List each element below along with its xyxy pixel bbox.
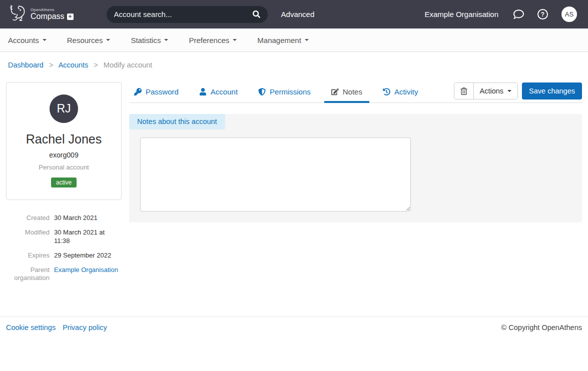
top-navbar: OpenAthens Compass + Advanced Example Or… [0, 0, 588, 28]
plus-box-icon: + [67, 14, 74, 20]
copyright-text: © Copyright OpenAthens [501, 324, 582, 332]
menu-accounts[interactable]: Accounts [8, 36, 47, 44]
account-summary-column: RJ Rachel Jones exorg009 Personal accoun… [6, 82, 122, 289]
profile-username: exorg009 [12, 151, 116, 159]
profile-account-type: Personal account [12, 164, 116, 171]
delete-account-button[interactable] [454, 83, 474, 99]
brand-name-top: OpenAthens [31, 8, 74, 12]
footer: Cookie settings Privacy policy © Copyrig… [0, 316, 588, 338]
help-icon[interactable]: ? [537, 9, 548, 20]
tab-account[interactable]: Account [198, 82, 239, 102]
breadcrumb-separator: > [49, 61, 53, 69]
breadcrumb-accounts[interactable]: Accounts [59, 61, 89, 69]
save-changes-button[interactable]: Save changes [522, 82, 582, 100]
toolbar: Actions Save changes [454, 82, 582, 100]
detail-parent-organisation: Parent organisation Example Organisation [6, 266, 122, 282]
chevron-down-icon [106, 39, 110, 41]
detail-modified: Modified 30 March 2021 at 11:38 [6, 228, 122, 245]
profile-card: RJ Rachel Jones exorg009 Personal accoun… [6, 82, 122, 200]
account-search-box[interactable] [107, 6, 268, 23]
tab-password[interactable]: Password [133, 82, 180, 102]
advanced-search-link[interactable]: Advanced [281, 10, 315, 18]
notes-textarea[interactable] [140, 138, 411, 212]
brand-name-bottom: Compass [31, 12, 65, 21]
trash-icon [460, 88, 467, 95]
breadcrumb-current: Modify account [104, 61, 153, 69]
edit-icon [331, 88, 339, 96]
main-menu: Accounts Resources Statistics Preference… [0, 28, 588, 52]
owl-logo-icon [7, 3, 28, 26]
tab-activity[interactable]: Activity [382, 82, 419, 102]
key-icon [134, 88, 142, 96]
menu-statistics[interactable]: Statistics [131, 36, 168, 44]
tab-notes[interactable]: Notes [330, 82, 363, 102]
chevron-down-icon [507, 90, 511, 92]
user-avatar[interactable]: AS [561, 6, 577, 22]
user-icon [199, 88, 207, 96]
history-icon [383, 88, 390, 96]
search-icon[interactable] [253, 10, 260, 18]
account-search-input[interactable] [114, 10, 253, 18]
account-edit-column: Password Account Permissions Notes Activ… [129, 82, 582, 222]
chevron-down-icon [43, 39, 47, 41]
account-details: Created 30 March 2021 Modified 30 March … [6, 214, 122, 282]
cookie-settings-link[interactable]: Cookie settings [6, 324, 56, 332]
notes-panel: Notes about this account [129, 114, 582, 222]
privacy-policy-link[interactable]: Privacy policy [63, 324, 107, 332]
profile-avatar: RJ [50, 94, 78, 123]
openathens-compass-logo[interactable]: OpenAthens Compass + [7, 3, 74, 26]
tabs-row: Password Account Permissions Notes Activ… [129, 82, 582, 103]
organisation-name: Example Organisation [424, 10, 498, 18]
menu-resources[interactable]: Resources [67, 36, 111, 44]
menu-management[interactable]: Management [257, 36, 309, 44]
status-badge: active [51, 178, 77, 188]
breadcrumb: Dashboard > Accounts > Modify account [0, 52, 588, 82]
tab-permissions[interactable]: Permissions [257, 82, 312, 102]
breadcrumb-separator: > [94, 61, 98, 69]
profile-name: Rachel Jones [12, 132, 116, 146]
detail-created: Created 30 March 2021 [6, 214, 122, 222]
chevron-down-icon [164, 39, 168, 41]
chevron-down-icon [233, 39, 237, 41]
parent-organisation-link[interactable]: Example Organisation [54, 266, 118, 274]
actions-dropdown-button[interactable]: Actions [474, 83, 518, 99]
chevron-down-icon [305, 39, 309, 41]
shield-icon [258, 88, 266, 96]
menu-preferences[interactable]: Preferences [189, 36, 237, 44]
chat-bubble-icon[interactable] [513, 9, 524, 20]
breadcrumb-dashboard[interactable]: Dashboard [8, 61, 44, 69]
detail-expires: Expires 29 September 2022 [6, 252, 122, 260]
notes-panel-label: Notes about this account [129, 114, 225, 130]
